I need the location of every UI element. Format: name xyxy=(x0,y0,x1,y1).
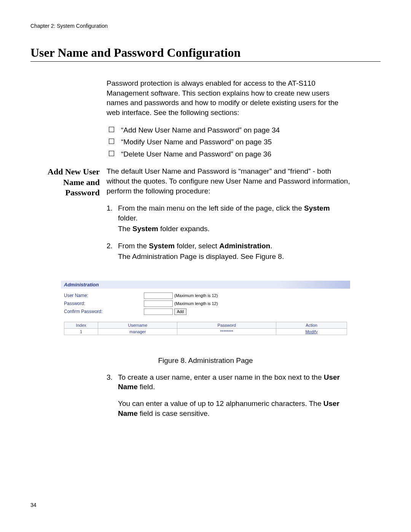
password-row: Password: (Maximum length is 12) xyxy=(64,300,347,307)
confirm-password-label: Confirm Password: xyxy=(64,309,144,314)
confirm-password-input[interactable] xyxy=(144,308,173,315)
col-index: Index xyxy=(64,322,98,328)
confirm-password-row: Confirm Password: Add xyxy=(64,308,347,315)
cell-username: manager xyxy=(98,328,177,335)
margin-blank-1 xyxy=(30,78,107,166)
subsection-heading: Add New User Name and Password xyxy=(30,166,107,269)
users-table: Index Username Password Action 1 manager… xyxy=(64,322,347,335)
cell-index: 1 xyxy=(64,328,98,335)
section-link-item: “Delete User Name and Password” on page … xyxy=(109,149,350,159)
step-number: 3. xyxy=(107,372,118,419)
bold-system: System xyxy=(304,204,330,212)
col-password: Password xyxy=(177,322,276,328)
procedure-steps: 1. From the main menu on the left side o… xyxy=(107,203,350,261)
step-1: 1. From the main menu on the left side o… xyxy=(107,203,350,233)
margin-blank-2 xyxy=(30,372,107,426)
title-rule xyxy=(30,61,381,62)
username-input[interactable] xyxy=(144,292,173,299)
step-number: 2. xyxy=(107,241,118,261)
table-row: 1 manager ******** Modify xyxy=(64,328,347,335)
square-bullet-icon xyxy=(109,127,114,132)
step-text: folder, select xyxy=(175,242,219,250)
bold-system: System xyxy=(132,225,158,233)
password-hint: (Maximum length is 12) xyxy=(174,301,218,306)
step-number: 1. xyxy=(107,203,118,233)
step-text: folder. xyxy=(118,214,138,222)
bold-administration: Administration xyxy=(219,242,270,250)
username-row: User Name: (Maximum length is 12) xyxy=(64,292,347,299)
procedure-steps-cont: 3. To create a user name, enter a user n… xyxy=(107,372,350,419)
cell-password: ******** xyxy=(177,328,276,335)
step-subtext: folder expands. xyxy=(158,225,210,233)
step-text: To create a user name, enter a user name… xyxy=(118,373,324,381)
square-bullet-icon xyxy=(109,139,114,144)
page-number: 34 xyxy=(30,502,381,508)
step-subtext: The Administration Page is displayed. Se… xyxy=(118,252,350,262)
subsection-intro: The default User Name and Password is “m… xyxy=(107,166,350,196)
password-label: Password: xyxy=(64,301,144,306)
step-subtext: The xyxy=(118,225,132,233)
section-link-item: “Modify User Name and Password” on page … xyxy=(109,137,350,147)
add-button[interactable]: Add xyxy=(174,308,186,315)
step-text: field. xyxy=(138,383,155,391)
col-username: Username xyxy=(98,322,177,328)
section-link-text: “Modify User Name and Password” on page … xyxy=(121,137,272,147)
admin-screenshot: Administration User Name: (Maximum lengt… xyxy=(61,281,350,337)
admin-panel-title: Administration xyxy=(61,281,350,289)
col-action: Action xyxy=(276,322,347,328)
section-link-text: “Add New User Name and Password” on page… xyxy=(121,125,280,135)
step-2: 2. From the System folder, select Admini… xyxy=(107,241,350,261)
password-input[interactable] xyxy=(144,300,173,307)
figure-caption: Figure 8. Administration Page xyxy=(30,356,381,365)
section-title: User Name and Password Configuration xyxy=(30,46,381,60)
modify-link[interactable]: Modify xyxy=(305,329,317,334)
square-bullet-icon xyxy=(109,151,114,156)
intro-paragraph: Password protection is always enabled fo… xyxy=(107,78,350,118)
step-3: 3. To create a user name, enter a user n… xyxy=(107,372,350,419)
step-text: . xyxy=(270,242,272,250)
chapter-header: Chapter 2: System Configuration xyxy=(30,23,381,29)
section-link-item: “Add New User Name and Password” on page… xyxy=(109,125,350,135)
bold-system: System xyxy=(149,242,175,250)
username-hint: (Maximum length is 12) xyxy=(174,293,218,298)
step-note: You can enter a value of up to 12 alphan… xyxy=(118,399,323,407)
section-links-list: “Add New User Name and Password” on page… xyxy=(107,125,350,159)
step-text: From the main menu on the left side of t… xyxy=(118,204,304,212)
step-note: field is case sensitive. xyxy=(138,409,210,417)
section-link-text: “Delete User Name and Password” on page … xyxy=(121,149,271,159)
username-label: User Name: xyxy=(64,293,144,298)
step-text: From the xyxy=(118,242,149,250)
